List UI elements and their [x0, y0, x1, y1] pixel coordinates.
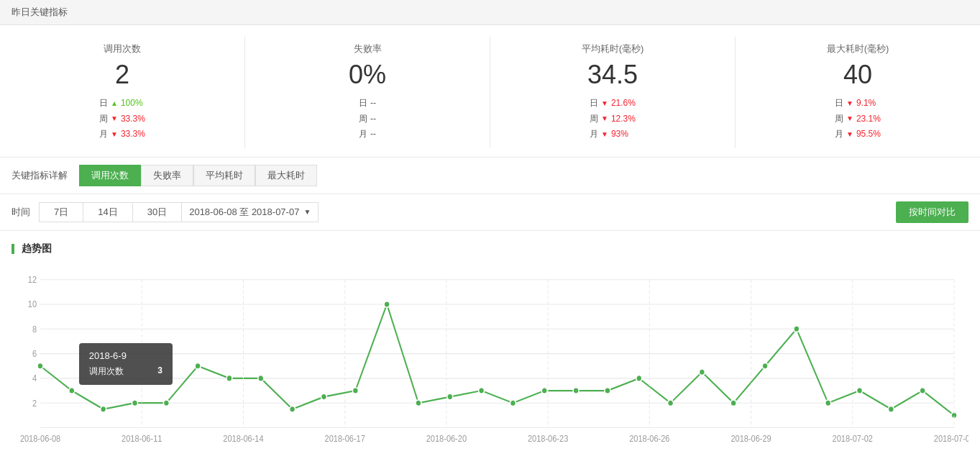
page-header: 昨日关键指标	[0, 0, 980, 25]
kpi-stat-month: 月 ▼ 33.3%	[99, 127, 145, 142]
arrow-down-icon-8: ▼	[846, 128, 853, 141]
svg-text:2018-07-02: 2018-07-02	[833, 434, 873, 442]
tab-call-count[interactable]: 调用次数	[79, 165, 141, 186]
arrow-down-icon-5: ▼	[601, 128, 608, 141]
kpi-stats-max-time: 日 ▼ 9.1% 周 ▼ 23.1% 月 ▼ 95.5%	[835, 96, 881, 142]
svg-point-35	[731, 400, 736, 406]
kpi-value-avg-time: 34.5	[505, 60, 720, 90]
svg-point-38	[825, 400, 831, 406]
kpi-value-fail-rate: 0%	[260, 60, 475, 90]
time-label: 时间	[12, 206, 30, 219]
kpi-section: 调用次数 2 日 ▲ 100% 周 ▼ 33.3% 月 ▼ 33.3% 失败率 …	[0, 25, 980, 158]
svg-point-41	[920, 387, 925, 394]
tab-max-time[interactable]: 最大耗时	[255, 165, 317, 186]
tab-section: 关键指标详解 调用次数 失败率 平均耗时 最大耗时	[0, 158, 980, 194]
svg-point-22	[321, 394, 326, 400]
svg-point-19	[226, 375, 232, 381]
chart-title: 趋势图	[12, 242, 968, 255]
svg-point-34	[699, 369, 705, 376]
chevron-down-icon: ▼	[303, 208, 311, 216]
svg-point-40	[888, 406, 894, 412]
kpi-card-avg-time: 平均耗时(毫秒) 34.5 日 ▼ 21.6% 周 ▼ 12.3% 月 ▼ 93…	[490, 37, 736, 148]
tab-section-label: 关键指标详解	[12, 169, 68, 182]
kpi-stats-call-count: 日 ▲ 100% 周 ▼ 33.3% 月 ▼ 33.3%	[99, 96, 145, 142]
svg-text:4: 4	[32, 374, 37, 383]
arrow-down-icon-6: ▼	[846, 97, 853, 110]
svg-point-15	[101, 406, 106, 412]
svg-point-36	[762, 363, 768, 369]
kpi-value-call-count: 2	[14, 60, 230, 90]
svg-point-16	[132, 400, 138, 406]
time-btn-14d[interactable]: 14日	[83, 202, 132, 222]
svg-text:2018-06-17: 2018-06-17	[325, 434, 365, 442]
arrow-down-icon-2: ▼	[111, 128, 118, 141]
svg-text:2018-06-23: 2018-06-23	[528, 434, 568, 442]
svg-point-33	[668, 400, 674, 406]
time-section: 时间 7日 14日 30日 2018-06-08 至 2018-07-07 ▼ …	[0, 194, 980, 231]
svg-text:10: 10	[28, 300, 37, 309]
trend-chart: 246810122018-06-082018-06-112018-06-1420…	[12, 264, 968, 451]
arrow-down-icon: ▼	[111, 112, 118, 125]
svg-text:2018-06-26: 2018-06-26	[629, 434, 669, 442]
kpi-stat-day: 日 ▲ 100%	[99, 96, 145, 112]
svg-point-39	[857, 387, 863, 394]
kpi-card-max-time: 最大耗时(毫秒) 40 日 ▼ 9.1% 周 ▼ 23.1% 月 ▼ 95.5%	[736, 37, 980, 148]
svg-point-17	[163, 400, 169, 406]
svg-point-37	[794, 326, 800, 332]
arrow-down-icon-3: ▼	[601, 97, 608, 110]
svg-point-20	[258, 375, 264, 381]
kpi-card-call-count: 调用次数 2 日 ▲ 100% 周 ▼ 33.3% 月 ▼ 33.3%	[0, 37, 245, 148]
compare-button[interactable]: 按时间对比	[896, 201, 968, 223]
svg-point-31	[605, 387, 610, 394]
svg-text:2018-07-05: 2018-07-05	[934, 434, 968, 442]
svg-point-24	[384, 301, 390, 307]
svg-point-23	[352, 387, 358, 394]
svg-text:12: 12	[28, 275, 37, 283]
tab-fail-rate[interactable]: 失败率	[141, 165, 193, 186]
svg-point-14	[69, 387, 75, 394]
arrow-down-icon-7: ▼	[846, 112, 853, 125]
kpi-value-max-time: 40	[750, 60, 966, 90]
svg-point-29	[541, 387, 547, 394]
svg-point-13	[37, 363, 43, 369]
kpi-stats-avg-time: 日 ▼ 21.6% 周 ▼ 12.3% 月 ▼ 93%	[590, 96, 636, 142]
chart-container: 246810122018-06-082018-06-112018-06-1420…	[12, 264, 968, 451]
svg-text:2: 2	[32, 399, 37, 407]
kpi-label-fail-rate: 失败率	[260, 42, 475, 55]
svg-text:6: 6	[32, 349, 37, 358]
time-btn-30d[interactable]: 30日	[132, 202, 181, 222]
arrow-up-icon: ▲	[111, 97, 118, 110]
svg-point-21	[290, 406, 296, 412]
svg-point-30	[573, 387, 579, 394]
kpi-stats-fail-rate: 日 -- 周 -- 月 --	[359, 96, 376, 142]
kpi-label-avg-time: 平均耗时(毫秒)	[505, 42, 720, 55]
date-range-picker[interactable]: 2018-06-08 至 2018-07-07 ▼	[181, 202, 319, 222]
time-btn-7d[interactable]: 7日	[39, 202, 83, 222]
svg-point-25	[416, 400, 421, 406]
svg-point-32	[636, 375, 642, 381]
chart-section: 趋势图 246810122018-06-082018-06-112018-06-…	[0, 231, 980, 463]
svg-text:2018-06-08: 2018-06-08	[20, 434, 60, 442]
svg-text:2018-06-29: 2018-06-29	[731, 434, 771, 442]
kpi-stat-week: 周 ▼ 33.3%	[99, 112, 145, 127]
svg-text:2018-06-11: 2018-06-11	[122, 434, 162, 442]
arrow-down-icon-4: ▼	[601, 112, 608, 125]
kpi-label-call-count: 调用次数	[14, 42, 230, 55]
date-range-value: 2018-06-08 至 2018-07-07	[189, 206, 299, 219]
svg-point-27	[479, 387, 485, 394]
svg-text:2018-06-14: 2018-06-14	[223, 434, 264, 442]
kpi-card-fail-rate: 失败率 0% 日 -- 周 -- 月 --	[245, 37, 490, 148]
svg-text:2018-06-20: 2018-06-20	[426, 434, 467, 442]
svg-point-26	[447, 394, 453, 400]
tab-avg-time[interactable]: 平均耗时	[193, 165, 255, 186]
kpi-label-max-time: 最大耗时(毫秒)	[750, 42, 966, 55]
svg-text:8: 8	[32, 324, 37, 333]
svg-point-28	[510, 400, 516, 406]
svg-point-18	[195, 363, 201, 369]
page-title: 昨日关键指标	[12, 6, 68, 17]
